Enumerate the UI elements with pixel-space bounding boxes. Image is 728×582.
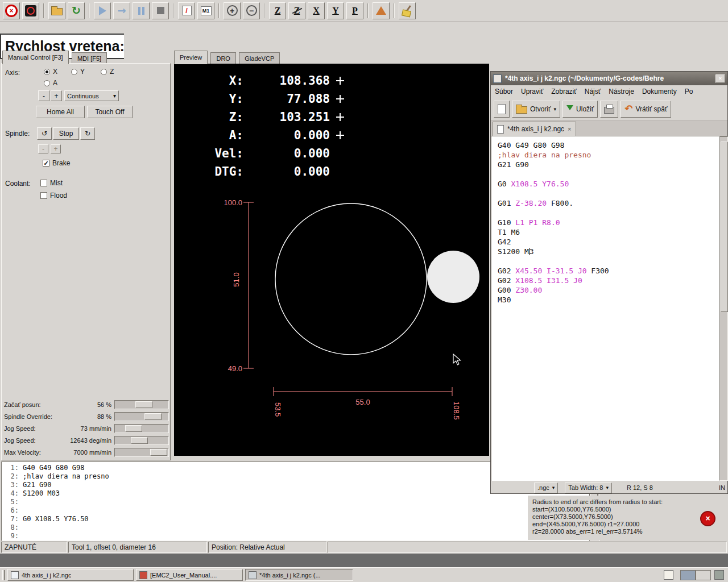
machine-power-button[interactable] xyxy=(22,2,39,19)
jog-speed-deg-value: 12643 deg/min xyxy=(70,437,111,444)
new-document-button[interactable] xyxy=(494,101,510,118)
slider-thumb[interactable] xyxy=(131,437,148,444)
slider-thumb[interactable] xyxy=(135,401,152,408)
dro-row-dtg: DTG:0.000 xyxy=(206,163,345,181)
editor-tab[interactable]: *4th axis_i j k2.ngc × xyxy=(493,122,576,136)
radio-axis-x[interactable] xyxy=(44,69,50,75)
radio-axis-z[interactable] xyxy=(101,69,107,75)
brake-checkbox[interactable]: ✓ xyxy=(43,160,49,167)
code-line: G0 X108.5 Y76.50 xyxy=(498,180,719,189)
run-button[interactable] xyxy=(94,2,111,19)
touch-off-button[interactable]: Touch Off xyxy=(87,106,133,118)
tab-width-select[interactable]: Tab Width: 8 xyxy=(565,483,612,493)
left-tabbar: Manual Control [F3] MDI [F5] xyxy=(2,51,108,64)
optional-stop-icon: M1 xyxy=(201,6,212,15)
trash-tray-icon[interactable] xyxy=(714,570,724,580)
stop-button[interactable] xyxy=(152,2,169,19)
view-front-button[interactable]: Y xyxy=(327,2,344,19)
editor-menu-edit[interactable]: Upraviť xyxy=(517,86,547,97)
preview-canvas[interactable]: 100.0 51.0 49.0 55.0 53.5 108.5 X:108.36… xyxy=(174,64,489,456)
feed-override-slider[interactable] xyxy=(114,400,169,409)
new-document-icon xyxy=(498,104,506,114)
view-side-button[interactable]: X xyxy=(308,2,325,19)
print-button[interactable] xyxy=(600,101,618,118)
jog-mode-select[interactable]: Continuous xyxy=(64,90,119,101)
view-top-button[interactable]: Z xyxy=(269,2,286,19)
mist-checkbox[interactable] xyxy=(40,180,47,186)
spindle-minus-button[interactable]: - xyxy=(38,144,48,153)
save-icon xyxy=(566,105,573,110)
undo-button[interactable]: ↶Vrátiť späť xyxy=(621,101,671,118)
workspace-1[interactable] xyxy=(680,570,696,580)
spindle-stop-button[interactable]: Stop xyxy=(53,127,79,140)
editor-menu-search[interactable]: Nájsť xyxy=(581,86,605,97)
taskbar-item-pdf[interactable]: [EMC2_User_Manual.... xyxy=(136,569,243,581)
slider-thumb[interactable] xyxy=(125,425,142,432)
jog-minus-button[interactable]: - xyxy=(38,90,49,101)
open-button[interactable]: Otvoriť▾ xyxy=(512,101,560,118)
zoom-in-button[interactable]: + xyxy=(224,2,241,19)
save-button[interactable]: Uložiť xyxy=(562,101,598,118)
editor-menu-documents[interactable]: Dokumenty xyxy=(638,86,681,97)
jog-plus-button[interactable]: + xyxy=(51,90,62,101)
taskbar: 4th axis_i j k2.ngc [EMC2_User_Manual...… xyxy=(0,567,728,582)
dro-value: 77.088 xyxy=(243,92,330,106)
editor-close-button[interactable]: × xyxy=(715,74,725,83)
spindle-override-slider[interactable] xyxy=(114,412,169,421)
tab-preview[interactable]: Preview xyxy=(174,51,208,64)
line-text: ;hlav diera na presno xyxy=(23,472,109,481)
toolbar-separator xyxy=(173,3,174,18)
taskbar-item-axis[interactable]: 4th axis_i j k2.ngc xyxy=(7,569,134,581)
jog-speed-deg-slider[interactable] xyxy=(114,436,169,445)
tab-close-icon[interactable]: × xyxy=(568,126,571,132)
home-all-button[interactable]: Home All xyxy=(36,106,85,118)
line-text: S1200 M03 xyxy=(23,489,60,498)
position-mode: Position: Relative Actual xyxy=(208,542,326,553)
pause-button[interactable] xyxy=(133,2,150,19)
optional-stop-button[interactable]: M1 xyxy=(197,2,214,19)
workspace-2[interactable] xyxy=(696,570,711,580)
dro-readout: X:108.368 Y:77.088 Z:103.251 A:0.000 Vel… xyxy=(206,72,345,181)
line-text: G0 X108.5 Y76.50 xyxy=(23,515,89,523)
skip-lines-button[interactable]: / xyxy=(178,2,195,19)
clear-plot-button[interactable] xyxy=(399,2,416,19)
zoom-out-button[interactable]: − xyxy=(243,2,260,19)
jog-speed-slider[interactable] xyxy=(114,424,169,433)
tab-gladevcp[interactable]: GladeVCP xyxy=(239,52,280,65)
code-line: S1200 M3 xyxy=(498,247,719,257)
editor-scrollbar[interactable] xyxy=(719,136,728,481)
editor-menu-help[interactable]: Po xyxy=(681,86,697,97)
view-rotated-top-button[interactable]: Z xyxy=(288,2,305,19)
estop-button[interactable]: × xyxy=(3,2,20,19)
max-velocity-slider[interactable] xyxy=(114,448,169,457)
editor-titlebar[interactable]: *4th axis_i j k2.ngc (~/Dokumenty/G-code… xyxy=(491,72,727,85)
tab-manual-control[interactable]: Manual Control [F3] xyxy=(2,51,69,64)
slider-thumb[interactable] xyxy=(150,449,167,456)
flood-checkbox[interactable] xyxy=(40,192,47,199)
radio-axis-a[interactable] xyxy=(44,80,50,86)
open-file-button[interactable] xyxy=(48,2,65,19)
editor-scrollbar-thumb[interactable] xyxy=(721,142,728,312)
spindle-override-value: 88 % xyxy=(97,413,111,420)
taskbar-item-editor[interactable]: *4th axis_i j k2.ngc (... xyxy=(245,569,353,581)
radio-axis-y[interactable] xyxy=(71,69,77,75)
filetype-select[interactable]: .ngc xyxy=(534,483,558,493)
reload-file-button[interactable]: ↻ xyxy=(68,2,85,19)
coolant-label: Coolant: xyxy=(5,180,31,188)
spindle-plus-button[interactable]: + xyxy=(51,144,61,153)
editor-menu-file[interactable]: Súbor xyxy=(491,86,517,97)
spindle-ccw-button[interactable]: ↺ xyxy=(37,127,52,140)
step-button[interactable]: → xyxy=(113,2,130,19)
error-close-button[interactable]: × xyxy=(700,511,715,526)
tab-dro[interactable]: DRO xyxy=(210,52,235,65)
spindle-cw-button[interactable]: ↻ xyxy=(80,127,95,140)
editor-text-area[interactable]: G40 G49 G80 G98 ;hlav diera na presno G2… xyxy=(492,136,719,481)
editor-menu-view[interactable]: Zobraziť xyxy=(547,86,581,97)
rotate-view-button[interactable] xyxy=(373,2,390,19)
view-perspective-button[interactable]: P xyxy=(346,2,363,19)
slider-thumb[interactable] xyxy=(144,413,162,420)
code-line: G02 X45.50 I-31.5 J0 F300 xyxy=(498,267,719,276)
notes-tray-icon[interactable] xyxy=(664,570,673,580)
dim-bottom: 49.0 xyxy=(228,364,242,373)
editor-menu-tools[interactable]: Nástroje xyxy=(605,86,638,97)
